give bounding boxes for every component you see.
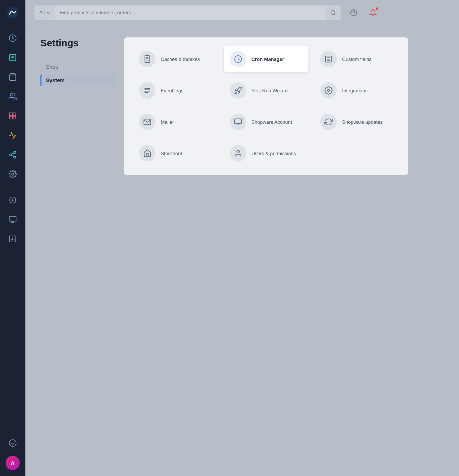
main-panel: Caches & indexes Cron Manager — [115, 37, 444, 464]
settings-nav-system[interactable]: System — [40, 74, 115, 86]
setting-item-mailer[interactable]: Mailer — [133, 109, 218, 135]
sidebar-divider — [5, 187, 20, 187]
help-icon — [350, 9, 357, 16]
svg-line-16 — [12, 153, 14, 154]
svg-rect-47 — [234, 119, 241, 124]
list-icon — [320, 51, 337, 67]
setting-item-shopware-updates[interactable]: Shopware updates — [314, 109, 399, 135]
sidebar-item-products[interactable] — [0, 67, 25, 87]
page-title: Settings — [40, 37, 115, 49]
gear-icon — [320, 82, 337, 99]
storefront-icon — [139, 145, 155, 162]
mail-icon — [139, 114, 155, 130]
search-icon — [330, 10, 336, 16]
setting-label-shopware-updates: Shopware updates — [342, 119, 382, 125]
sidebar-item-themes[interactable] — [0, 210, 25, 229]
refresh-icon — [320, 114, 337, 130]
sidebar-item-dashboard[interactable] — [0, 28, 25, 48]
sidebar-bottom: A — [0, 433, 25, 476]
monitor-icon — [230, 114, 246, 130]
svg-rect-10 — [10, 116, 12, 119]
svg-point-28 — [9, 440, 16, 446]
left-panel: Settings Shop System — [40, 37, 115, 464]
rocket-icon — [230, 82, 246, 99]
setting-item-users-permissions[interactable]: Users & permissions — [224, 141, 309, 166]
svg-rect-8 — [10, 113, 12, 116]
sidebar-item-customers[interactable] — [0, 87, 25, 106]
setting-label-shopware-account: Shopware Account — [252, 119, 292, 125]
sidebar-item-marketing[interactable] — [0, 126, 25, 145]
main-wrapper: All — [25, 0, 459, 476]
help-button[interactable] — [347, 6, 360, 19]
setting-label-mailer: Mailer — [161, 119, 174, 125]
setting-label-cron: Cron Manager — [252, 56, 284, 62]
setting-label-users-permissions: Users & permissions — [252, 151, 296, 156]
setting-item-shopware-account[interactable]: Shopware Account — [224, 109, 309, 135]
setting-item-first-run[interactable]: First Run Wizard — [224, 78, 309, 103]
setting-label-integrations: Integrations — [342, 88, 367, 93]
setting-item-custom-fields[interactable]: Custom fields — [314, 46, 399, 72]
user-avatar[interactable]: A — [6, 456, 20, 470]
notification-badge — [375, 7, 379, 10]
notifications-button[interactable] — [366, 6, 380, 19]
settings-nav: Shop System — [40, 61, 115, 86]
settings-grid: Caches & indexes Cron Manager — [124, 37, 408, 175]
setting-label-storefront: Storefront — [161, 151, 182, 156]
sidebar-nav — [0, 25, 25, 433]
search-filter-label: All — [39, 10, 44, 15]
svg-point-12 — [14, 151, 16, 154]
sidebar-item-reports[interactable] — [0, 229, 25, 249]
svg-point-13 — [10, 154, 12, 156]
chevron-down-icon — [46, 10, 50, 15]
sidebar-item-integrations[interactable] — [0, 145, 25, 165]
setting-item-integrations[interactable]: Integrations — [314, 78, 399, 103]
setting-item-event-logs[interactable]: Event logs — [133, 78, 218, 103]
content-area: Settings Shop System — [25, 25, 459, 476]
sidebar-item-orders[interactable] — [0, 48, 25, 67]
setting-label-event-logs: Event logs — [161, 88, 184, 93]
svg-point-17 — [12, 173, 14, 175]
search-submit-button[interactable] — [326, 5, 341, 20]
search-input[interactable] — [55, 10, 326, 15]
svg-rect-33 — [145, 56, 150, 62]
svg-point-46 — [328, 89, 330, 92]
svg-line-30 — [334, 14, 335, 15]
cache-icon — [139, 51, 155, 67]
logs-icon — [139, 82, 155, 99]
user-icon — [230, 145, 246, 162]
sidebar: A — [0, 0, 25, 476]
clock-icon — [230, 51, 246, 67]
setting-item-caches[interactable]: Caches & indexes — [133, 46, 218, 72]
sidebar-item-extensions[interactable] — [0, 190, 25, 210]
svg-rect-11 — [13, 116, 16, 119]
setting-label-first-run: First Run Wizard — [252, 88, 288, 93]
setting-item-cron[interactable]: Cron Manager — [224, 46, 309, 72]
sidebar-item-settings[interactable] — [0, 165, 25, 184]
header-actions — [347, 6, 380, 19]
setting-label-caches: Caches & indexes — [161, 56, 200, 62]
header: All — [25, 0, 459, 25]
sidebar-item-content[interactable] — [0, 106, 25, 126]
setting-label-custom-fields: Custom fields — [342, 56, 372, 62]
svg-point-29 — [331, 10, 335, 15]
app-logo[interactable] — [0, 0, 25, 25]
svg-point-7 — [10, 93, 13, 96]
svg-point-50 — [237, 150, 239, 153]
svg-point-14 — [14, 156, 16, 159]
svg-line-15 — [12, 155, 14, 157]
search-filter-button[interactable]: All — [35, 6, 55, 20]
search-bar: All — [34, 5, 341, 20]
sidebar-item-help[interactable] — [0, 433, 25, 453]
svg-rect-21 — [9, 216, 16, 221]
setting-item-storefront[interactable]: Storefront — [133, 141, 218, 166]
svg-rect-9 — [13, 113, 16, 116]
settings-nav-shop[interactable]: Shop — [40, 61, 115, 73]
